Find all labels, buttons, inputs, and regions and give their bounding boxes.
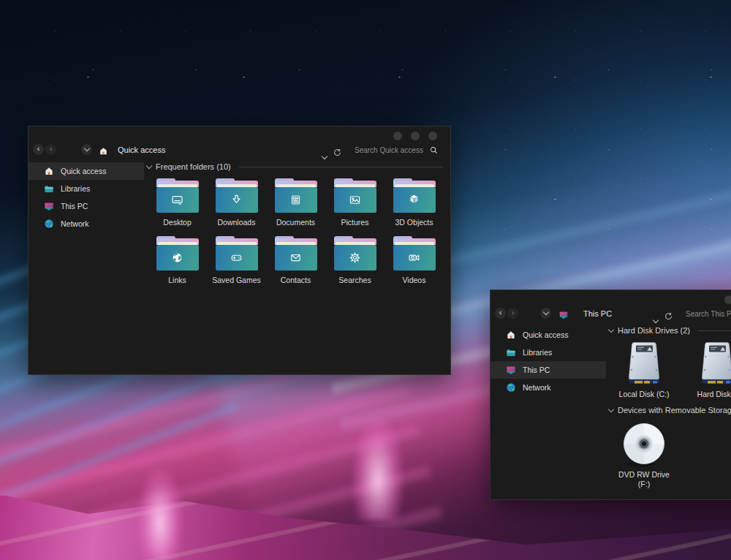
refresh-icon: [333, 148, 341, 156]
folder-label: 3D Objects: [395, 218, 433, 227]
folder-icon: [275, 178, 317, 213]
section-header-frequent-folders[interactable]: Frequent folders (10): [147, 162, 443, 172]
hard-disk-icon: [695, 341, 731, 387]
sidebar-item-label: Network: [61, 219, 89, 228]
explorer-window-this-pc: ‹ › This PC Search This P Quick access L…: [490, 290, 731, 500]
folder-icon: [334, 236, 376, 270]
chevron-down-icon: [542, 309, 548, 315]
folder-label: Desktop: [163, 218, 192, 227]
network-globe-icon: [506, 382, 516, 393]
collapse-chevron-icon[interactable]: [608, 326, 614, 332]
folder-label: Downloads: [218, 218, 256, 227]
refresh-button[interactable]: [333, 146, 341, 159]
chevron-down-icon: [322, 154, 327, 159]
breadcrumb[interactable]: This PC: [583, 309, 612, 318]
removable-device-grid: DVD RW Drive (F:): [607, 423, 681, 489]
search-icon[interactable]: [430, 146, 438, 154]
monitor-icon: [44, 201, 54, 211]
sidebar-item-network[interactable]: Network: [491, 379, 606, 396]
recent-locations-button[interactable]: [81, 144, 92, 155]
picture-icon: [334, 187, 376, 213]
dvd-disc-icon: [621, 423, 667, 468]
folder-icon: [216, 236, 258, 270]
cube-icon: [393, 187, 436, 213]
section-divider: [239, 167, 443, 167]
download-arrow-icon: [216, 187, 258, 213]
recent-locations-button[interactable]: [540, 308, 551, 319]
sidebar-item-quick-access[interactable]: Quick access: [491, 326, 606, 344]
content-pane: Hard Disk Drives (2) Local Disk (C:): [606, 324, 731, 499]
drive-grid: Local Disk (C:) Hard Disk 2: [607, 341, 731, 399]
chevron-down-icon: [653, 317, 659, 323]
collapse-chevron-icon[interactable]: [608, 406, 614, 412]
video-camera-icon: [393, 245, 436, 270]
search-placeholder: Search Quick access: [355, 146, 423, 154]
this-pc-location-icon: [558, 309, 569, 322]
search-input[interactable]: Search Quick access: [349, 143, 444, 156]
hard-disk-icon: [622, 341, 666, 387]
section-header-hard-disk-drives[interactable]: Hard Disk Drives (2): [609, 325, 731, 336]
drive-item-dvd-rw[interactable]: DVD RW Drive (F:): [607, 423, 681, 489]
folder-item-searches[interactable]: Searches: [325, 236, 385, 284]
envelope-icon: [275, 245, 317, 270]
back-button[interactable]: ‹: [495, 308, 506, 319]
breadcrumb[interactable]: Quick access: [118, 145, 165, 154]
sidebar-item-label: Libraries: [523, 348, 552, 357]
desktop: { "icons": { "back_arrow": "\u2039", "fo…: [0, 0, 731, 560]
folder-item-pictures[interactable]: Pictures: [325, 178, 385, 227]
section-divider: [698, 330, 731, 331]
sidebar-item-this-pc[interactable]: This PC: [29, 197, 144, 215]
folder-label: Contacts: [281, 276, 311, 284]
folder-item-saved-games[interactable]: Saved Games: [207, 236, 266, 284]
globe-icon: [156, 245, 199, 270]
collapse-chevron-icon[interactable]: [146, 162, 152, 168]
network-globe-icon: [44, 219, 54, 229]
libraries-folder-icon: [44, 183, 54, 194]
folder-item-downloads[interactable]: Downloads: [207, 178, 266, 227]
forward-button[interactable]: ›: [507, 308, 518, 319]
folder-item-links[interactable]: Links: [148, 236, 207, 284]
search-input[interactable]: Search This P: [680, 307, 731, 320]
wallpaper-plume: [352, 418, 404, 521]
sidebar-item-libraries[interactable]: Libraries: [29, 180, 144, 197]
forward-button[interactable]: ›: [45, 144, 56, 155]
desktop-icon: [156, 187, 199, 213]
sidebar-item-label: Quick access: [61, 167, 106, 175]
folder-icon: [216, 178, 258, 213]
folder-label: Documents: [276, 218, 315, 227]
folder-icon: [334, 178, 376, 213]
house-icon: [44, 166, 54, 176]
sidebar-item-label: Quick access: [523, 330, 568, 339]
drive-item-local-disk-c[interactable]: Local Disk (C:): [607, 341, 681, 399]
folder-icon: [275, 236, 317, 270]
folder-label: Searches: [338, 276, 371, 284]
folder-item-contacts[interactable]: Contacts: [266, 236, 325, 284]
section-header-label: Devices with Removable Storag: [618, 406, 731, 415]
folder-label: Videos: [403, 276, 426, 284]
titlebar[interactable]: [29, 126, 450, 140]
folder-icon: [156, 236, 199, 270]
folder-icon: [393, 178, 436, 213]
section-header-label: Frequent folders (10): [156, 162, 231, 171]
section-header-removable-storage[interactable]: Devices with Removable Storag: [609, 405, 731, 415]
folder-item-3d-objects[interactable]: 3D Objects: [385, 178, 444, 227]
sidebar-item-this-pc[interactable]: This PC: [491, 361, 606, 379]
sidebar-item-network[interactable]: Network: [29, 215, 144, 232]
titlebar[interactable]: [491, 290, 731, 303]
refresh-button[interactable]: [664, 310, 673, 323]
folder-item-videos[interactable]: Videos: [385, 236, 444, 284]
sidebar-item-libraries[interactable]: Libraries: [491, 344, 606, 361]
folder-item-documents[interactable]: Documents: [266, 178, 325, 227]
folder-item-desktop[interactable]: Desktop: [148, 178, 207, 227]
folder-icon: [393, 236, 436, 270]
sidebar-item-label: Libraries: [61, 184, 90, 193]
explorer-window-quick-access: ‹ › Quick access Search Quick access Qui…: [28, 126, 451, 375]
back-button[interactable]: ‹: [33, 144, 44, 155]
drive-label: DVD RW Drive (F:): [618, 470, 670, 489]
drive-item-hard-disk-2[interactable]: Hard Disk 2: [681, 341, 731, 399]
navigation-pane: Quick access Libraries This PC Network: [29, 162, 144, 374]
drive-label-line1: DVD RW Drive: [618, 470, 670, 480]
toolbar: ‹ › This PC Search This P: [491, 303, 731, 324]
sidebar-item-label: This PC: [61, 202, 88, 211]
sidebar-item-quick-access[interactable]: Quick access: [29, 162, 144, 180]
